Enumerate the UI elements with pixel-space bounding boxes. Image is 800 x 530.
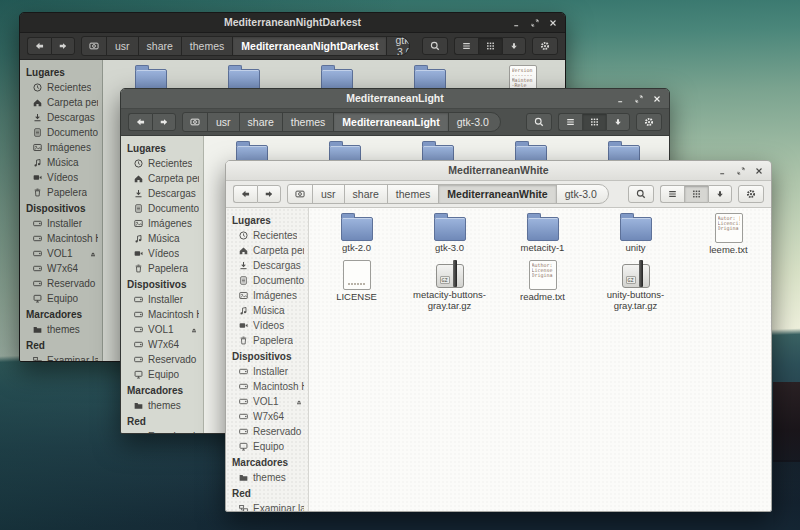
sidebar-item-macintosh-hd[interactable]: Macintosh HD — [20, 231, 102, 246]
breadcrumb-themes[interactable]: themes — [388, 185, 439, 203]
breadcrumb-usr[interactable]: usr — [107, 37, 139, 55]
sidebar-item-themes[interactable]: themes — [20, 322, 102, 337]
folder-item-metacity-1[interactable]: metacity-1 — [496, 211, 589, 258]
sidebar-item-carpeta-pers[interactable]: Carpeta pers... — [121, 171, 203, 186]
desktop[interactable]: MediterraneanNightDarkest usrsharethemes… — [0, 0, 800, 530]
sidebar-item-im-genes[interactable]: Imágenes — [121, 216, 203, 231]
sidebar-item-macintosh-hd[interactable]: Macintosh HD — [121, 307, 203, 322]
search-button[interactable] — [628, 185, 654, 203]
back-button[interactable] — [27, 37, 51, 55]
file-item-metacity-buttons-gray-tar-gz[interactable]: GZmetacity-buttons-gray.tar.gz — [403, 258, 496, 311]
sidebar-item-recientes[interactable]: Recientes — [20, 80, 102, 95]
sidebar-item-macintosh-hd[interactable]: Macintosh HD — [226, 379, 308, 394]
sort-button[interactable] — [708, 185, 732, 203]
file-item-readme-txt[interactable]: Author:LicenseOriginareadme.txt — [496, 258, 589, 311]
sidebar-item-w7x64[interactable]: W7x64 — [226, 409, 308, 424]
sidebar-item-themes[interactable]: themes — [121, 398, 203, 413]
list-view-button[interactable] — [558, 113, 582, 131]
sidebar-item-vol1[interactable]: VOL1 — [121, 322, 203, 337]
file-item-unity-buttons-gray-tar-gz[interactable]: GZunity-buttons-gray.tar.gz — [589, 258, 682, 311]
sidebar-item-m-sica[interactable]: Música — [121, 231, 203, 246]
sidebar-item-v-deos[interactable]: Vídeos — [226, 318, 308, 333]
sidebar-item-papelera[interactable]: Papelera — [20, 185, 102, 200]
sidebar-item-im-genes[interactable]: Imágenes — [20, 140, 102, 155]
minimize-button[interactable] — [511, 17, 522, 28]
breadcrumb-gtk-3-0[interactable]: gtk-3.0 — [557, 185, 608, 203]
titlebar[interactable]: MediterraneanNightDarkest — [20, 13, 565, 33]
sort-button[interactable] — [502, 37, 526, 55]
filesystem-root-crumb[interactable] — [288, 185, 313, 203]
breadcrumb-usr[interactable]: usr — [313, 185, 345, 203]
sidebar-item-documentos[interactable]: Documentos — [226, 273, 308, 288]
back-button[interactable] — [128, 113, 152, 131]
sidebar-item-descargas[interactable]: Descargas — [20, 110, 102, 125]
sort-button[interactable] — [606, 113, 630, 131]
minimize-button[interactable] — [615, 93, 626, 104]
sidebar-item-im-genes[interactable]: Imágenes — [226, 288, 308, 303]
maximize-button[interactable] — [735, 165, 746, 176]
eject-button[interactable] — [294, 397, 304, 407]
forward-button[interactable] — [51, 37, 75, 55]
breadcrumb-mediterraneannightdarkest[interactable]: MediterraneanNightDarkest — [233, 37, 387, 55]
sidebar-item-w7x64[interactable]: W7x64 — [20, 261, 102, 276]
sidebar-item-themes[interactable]: themes — [226, 470, 308, 485]
titlebar[interactable]: MediterraneanLight — [121, 89, 669, 109]
sidebar-item-papelera[interactable]: Papelera — [121, 261, 203, 276]
breadcrumb-gtk-3-0[interactable]: gtk-3.0 — [387, 37, 410, 55]
titlebar[interactable]: MediterraneanWhite — [226, 161, 771, 181]
close-button[interactable] — [753, 165, 764, 176]
sidebar-item-documentos[interactable]: Documentos — [20, 125, 102, 140]
breadcrumb-share[interactable]: share — [139, 37, 182, 55]
sidebar-item-installer[interactable]: Installer — [20, 216, 102, 231]
menu-button[interactable] — [636, 113, 662, 131]
folder-item-gtk-2-0[interactable]: gtk-2.0 — [310, 211, 403, 258]
folder-item-unity[interactable]: unity — [589, 211, 682, 258]
sidebar-item-examinar-la-r[interactable]: Examinar la r... — [226, 501, 308, 511]
file-item-license[interactable]: LICENSE — [310, 258, 403, 311]
forward-button[interactable] — [257, 185, 281, 203]
forward-button[interactable] — [152, 113, 176, 131]
list-view-button[interactable] — [660, 185, 684, 203]
eject-button[interactable] — [189, 325, 199, 335]
breadcrumb-mediterraneanwhite[interactable]: MediterraneanWhite — [439, 185, 556, 203]
search-button[interactable] — [526, 113, 552, 131]
sidebar-item-m-sica[interactable]: Música — [226, 303, 308, 318]
sidebar-item-recientes[interactable]: Recientes — [226, 228, 308, 243]
close-button[interactable] — [651, 93, 662, 104]
sidebar-item-examinar-la-r[interactable]: Examinar la r... — [20, 353, 102, 361]
file-item-leeme-txt[interactable]: Autor: |Licenci:Originaleeme.txt — [682, 211, 771, 258]
close-button[interactable] — [547, 17, 558, 28]
sidebar-item-w7x64[interactable]: W7x64 — [121, 337, 203, 352]
sidebar-item-installer[interactable]: Installer — [121, 292, 203, 307]
menu-button[interactable] — [532, 37, 558, 55]
breadcrumb-share[interactable]: share — [240, 113, 283, 131]
folder-item-gtk-3-0[interactable]: gtk-3.0 — [403, 211, 496, 258]
sidebar-item-v-deos[interactable]: Vídeos — [121, 246, 203, 261]
file-view[interactable]: gtk-2.0gtk-3.0metacity-1unityAutor: |Lic… — [309, 208, 771, 511]
sidebar-item-descargas[interactable]: Descargas — [121, 186, 203, 201]
sidebar-item-installer[interactable]: Installer — [226, 364, 308, 379]
sidebar-item-recientes[interactable]: Recientes — [121, 156, 203, 171]
sidebar-item-equipo[interactable]: Equipo — [226, 439, 308, 454]
maximize-button[interactable] — [529, 17, 540, 28]
grid-view-button[interactable] — [478, 37, 502, 55]
sidebar-item-carpeta-pers[interactable]: Carpeta pers... — [226, 243, 308, 258]
sidebar-item-reservado-p[interactable]: Reservado p... — [121, 352, 203, 367]
sidebar-item-m-sica[interactable]: Música — [20, 155, 102, 170]
grid-view-button[interactable] — [684, 185, 708, 203]
breadcrumb-themes[interactable]: themes — [182, 37, 233, 55]
breadcrumb-share[interactable]: share — [345, 185, 388, 203]
breadcrumb-usr[interactable]: usr — [208, 113, 240, 131]
sidebar-item-equipo[interactable]: Equipo — [20, 291, 102, 306]
grid-view-button[interactable] — [582, 113, 606, 131]
breadcrumb-mediterraneanlight[interactable]: MediterraneanLight — [334, 113, 448, 131]
sidebar-item-descargas[interactable]: Descargas — [226, 258, 308, 273]
filesystem-root-crumb[interactable] — [82, 37, 107, 55]
eject-button[interactable] — [88, 249, 98, 259]
sidebar-item-equipo[interactable]: Equipo — [121, 367, 203, 382]
sidebar-item-v-deos[interactable]: Vídeos — [20, 170, 102, 185]
sidebar-item-carpeta-pers[interactable]: Carpeta pers... — [20, 95, 102, 110]
sidebar-item-papelera[interactable]: Papelera — [226, 333, 308, 348]
list-view-button[interactable] — [454, 37, 478, 55]
maximize-button[interactable] — [633, 93, 644, 104]
